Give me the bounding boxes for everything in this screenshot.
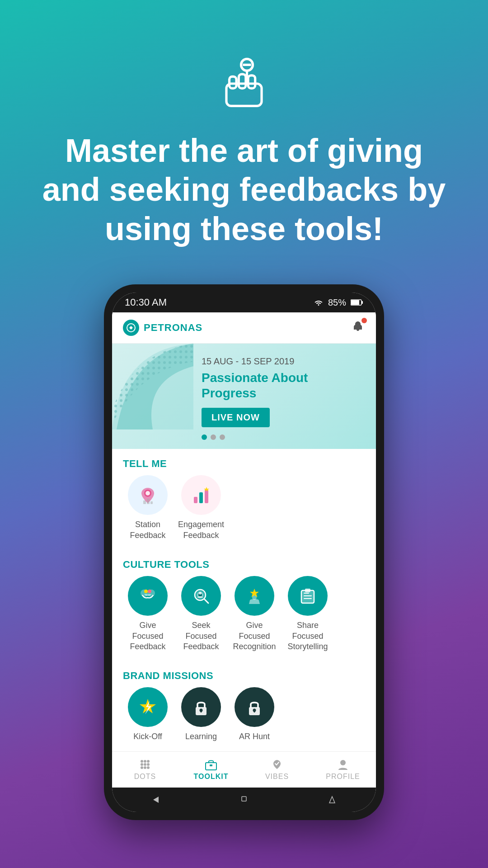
kick-off-item[interactable]: Kick-Off [123, 687, 173, 742]
svg-rect-57 [210, 764, 212, 766]
android-back[interactable] [149, 793, 163, 807]
ar-hunt-icon [235, 687, 274, 727]
android-navigation [112, 788, 376, 812]
share-focused-storytelling-label: Share FocusedStorytelling [283, 620, 333, 652]
notification-dot [361, 318, 367, 323]
station-feedback-item[interactable]: StationFeedback [123, 475, 173, 541]
app-content: TELL ME [112, 449, 376, 787]
svg-point-51 [144, 763, 146, 766]
svg-point-31 [199, 592, 202, 594]
android-home[interactable] [237, 793, 251, 807]
dot-3 [220, 434, 225, 440]
android-recents[interactable] [325, 793, 339, 807]
svg-marker-59 [153, 797, 159, 803]
svg-rect-34 [301, 590, 314, 603]
brand-name: PETRONAS [144, 322, 202, 334]
kick-off-label: Kick-Off [133, 731, 162, 742]
vibes-nav-icon [271, 758, 283, 771]
learning-label: Learning [185, 731, 217, 742]
banner-date: 15 AUG - 15 SEP 2019 [202, 356, 363, 367]
brand-missions-title: BRAND MISSIONS [112, 661, 376, 687]
svg-rect-2 [239, 74, 246, 88]
status-time: 10:30 AM [125, 297, 167, 308]
ar-hunt-label: AR Hunt [239, 731, 270, 742]
status-bar: 10:30 AM 85% [112, 292, 376, 312]
svg-point-50 [141, 763, 143, 766]
battery-percent: 85% [328, 297, 346, 308]
dot-2 [211, 434, 216, 440]
give-focused-recognition-item[interactable]: Give FocusedRecognition [230, 576, 279, 652]
svg-point-53 [141, 766, 143, 769]
banner: 15 AUG - 15 SEP 2019 Passionate About Pr… [112, 344, 376, 449]
station-feedback-icon [128, 475, 168, 515]
nav-profile[interactable]: PROFILE [310, 758, 376, 781]
svg-rect-19 [199, 492, 203, 503]
dots-nav-icon [139, 758, 151, 771]
battery-icon [351, 299, 363, 306]
hero-title: Master the art of giving and seeking fee… [0, 131, 488, 248]
share-focused-storytelling-item[interactable]: Share FocusedStorytelling [283, 576, 333, 652]
phone-mockup: 10:30 AM 85% [104, 284, 384, 820]
engagement-feedback-item[interactable]: EngagementFeedback [176, 475, 226, 541]
svg-rect-36 [305, 589, 310, 592]
svg-rect-9 [361, 301, 363, 304]
kick-off-icon [128, 687, 168, 727]
give-focused-feedback-icon [128, 576, 168, 616]
hero-tools-icon [215, 54, 273, 113]
svg-point-24 [144, 590, 148, 593]
notification-bell[interactable] [351, 320, 365, 336]
tell-me-grid: StationFeedback [112, 475, 376, 550]
hero-section: Master the art of giving and seeking fee… [0, 0, 488, 275]
nav-toolkit[interactable]: TOOLKIT [178, 758, 244, 781]
svg-point-14 [145, 491, 150, 495]
svg-rect-60 [242, 797, 246, 801]
tell-me-title: TELL ME [112, 449, 376, 475]
svg-point-52 [147, 763, 150, 766]
svg-point-54 [144, 766, 146, 769]
petronas-logo: PETRONAS [123, 320, 202, 336]
seek-focused-feedback-item[interactable]: Seek FocusedFeedback [176, 576, 226, 652]
learning-item[interactable]: Learning [176, 687, 226, 742]
give-focused-feedback-label: Give FocusedFeedback [123, 620, 173, 652]
share-focused-storytelling-icon [288, 576, 328, 616]
nav-vibes[interactable]: VIBES [244, 758, 310, 781]
live-now-button[interactable]: LIVE NOW [202, 408, 270, 427]
seek-focused-feedback-label: Seek FocusedFeedback [176, 620, 226, 652]
svg-point-48 [144, 760, 146, 763]
banner-content: 15 AUG - 15 SEP 2019 Passionate About Pr… [125, 356, 363, 440]
brand-missions-grid: Kick-Off Learn [112, 687, 376, 751]
banner-title: Passionate About Progress [202, 370, 363, 401]
nav-toolkit-label: TOOLKIT [194, 773, 229, 781]
svg-point-58 [340, 760, 346, 765]
app-header: PETRONAS [112, 312, 376, 344]
seek-focused-feedback-icon [181, 576, 221, 616]
culture-tools-title: CULTURE TOOLS [112, 550, 376, 576]
logo-circle [123, 320, 139, 336]
wifi-icon [314, 299, 324, 306]
svg-point-55 [147, 766, 150, 769]
svg-rect-8 [351, 300, 359, 305]
nav-dots[interactable]: DOTS [112, 758, 178, 781]
svg-point-47 [141, 760, 143, 763]
station-feedback-label: StationFeedback [130, 519, 165, 541]
bottom-navigation: DOTS TOOLKIT [112, 751, 376, 788]
engagement-feedback-label: EngagementFeedback [178, 519, 224, 541]
svg-line-29 [205, 599, 208, 603]
svg-rect-16 [147, 499, 150, 504]
engagement-feedback-icon [181, 475, 221, 515]
svg-marker-61 [329, 797, 335, 803]
give-focused-feedback-item[interactable]: Give FocusedFeedback [123, 576, 173, 652]
nav-profile-label: PROFILE [326, 773, 360, 781]
profile-nav-icon [337, 758, 349, 771]
learning-icon [181, 687, 221, 727]
svg-point-25 [148, 590, 151, 593]
svg-rect-15 [143, 500, 146, 504]
ar-hunt-item[interactable]: AR Hunt [230, 687, 279, 742]
svg-rect-20 [205, 490, 208, 503]
svg-rect-1 [230, 76, 237, 88]
svg-rect-3 [248, 75, 255, 89]
give-focused-recognition-label: Give FocusedRecognition [230, 620, 279, 652]
dot-1 [202, 434, 207, 440]
svg-point-33 [252, 595, 257, 600]
svg-rect-17 [150, 501, 153, 504]
